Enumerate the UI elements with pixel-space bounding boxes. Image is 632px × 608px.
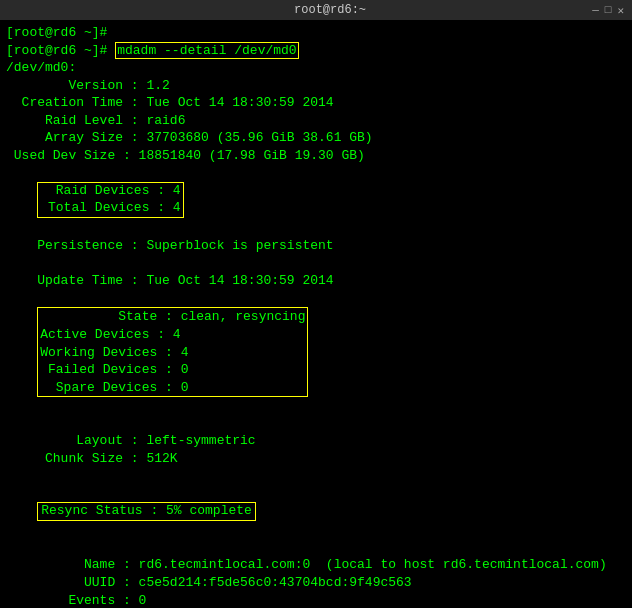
line-command: [root@rd6 ~]# mdadm --detail /dev/md0 — [6, 42, 626, 60]
line-chunk-size: Chunk Size : 512K — [6, 450, 626, 468]
line-update-time: Update Time : Tue Oct 14 18:30:59 2014 — [6, 272, 626, 290]
line-creation-time: Creation Time : Tue Oct 14 18:30:59 2014 — [6, 94, 626, 112]
line-blank1 — [6, 255, 626, 273]
line-array-size: Array Size : 37703680 (35.96 GiB 38.61 G… — [6, 129, 626, 147]
title-bar-controls[interactable]: — □ ✕ — [592, 4, 624, 17]
maximize-button[interactable]: □ — [605, 4, 612, 17]
state-section: State : clean, resyncingActive Devices :… — [6, 290, 626, 415]
line-resync-status: Resync Status : 5% complete — [6, 485, 626, 539]
terminal: [root@rd6 ~]# [root@rd6 ~]# mdadm --deta… — [0, 20, 632, 604]
line-persistence: Persistence : Superblock is persistent — [6, 237, 626, 255]
line-version: Version : 1.2 — [6, 77, 626, 95]
close-button[interactable]: ✕ — [617, 4, 624, 17]
command-highlight: mdadm --detail /dev/md0 — [115, 42, 298, 59]
line-blank4 — [6, 539, 626, 557]
title-bar: root@rd6:~ — □ ✕ — [0, 0, 632, 20]
line-blank3 — [6, 467, 626, 485]
line-prompt1: [root@rd6 ~]# — [6, 24, 626, 42]
line-events: Events : 0 — [6, 592, 626, 604]
line-device: /dev/md0: — [6, 59, 626, 77]
line-used-dev-size: Used Dev Size : 18851840 (17.98 GiB 19.3… — [6, 147, 626, 165]
line-uuid: UUID : c5e5d214:f5de56c0:43704bcd:9f49c5… — [6, 574, 626, 592]
line-raid-devices: Raid Devices : 4 Total Devices : 4 — [6, 164, 626, 235]
line-raid-level: Raid Level : raid6 — [6, 112, 626, 130]
line-name: Name : rd6.tecmintlocal.com:0 (local to … — [6, 556, 626, 574]
title-bar-title: root@rd6:~ — [68, 3, 592, 17]
line-layout: Layout : left-symmetric — [6, 432, 626, 450]
line-blank2 — [6, 415, 626, 433]
minimize-button[interactable]: — — [592, 4, 599, 17]
